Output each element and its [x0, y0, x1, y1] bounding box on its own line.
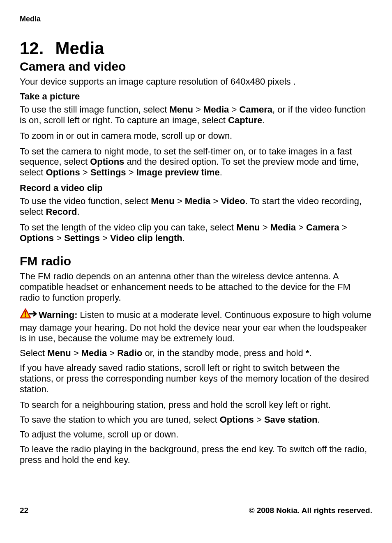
fm-radio-select: Select Menu > Media > Radio or, in the s…: [20, 348, 372, 359]
fm-radio-saved-stations: If you have already saved radio stations…: [20, 363, 372, 395]
chapter-title-text: Media: [55, 39, 104, 58]
svg-rect-1: [25, 311, 26, 315]
record-video-p1: To use the video function, select Menu >…: [20, 196, 372, 217]
fm-radio-save-station: To save the station to which you are tun…: [20, 414, 372, 425]
fm-radio-volume: To adjust the volume, scroll up or down.: [20, 429, 372, 440]
subsection-record-video-clip: Record a video clip: [20, 183, 372, 193]
fm-radio-background: To leave the radio playing in the backgr…: [20, 444, 372, 465]
section-camera-and-video: Camera and video: [20, 60, 372, 74]
warning-label: Warning:: [39, 310, 78, 320]
camera-intro: Your device supports an image capture re…: [20, 76, 372, 87]
svg-rect-2: [25, 315, 26, 317]
chapter-heading: 12.Media: [20, 39, 372, 58]
take-picture-p3: To set the camera to night mode, to set …: [20, 146, 372, 178]
fm-radio-search: To search for a neighbouring station, pr…: [20, 400, 372, 410]
page-number: 22: [20, 506, 28, 515]
record-video-p2: To set the length of the video clip you …: [20, 222, 372, 244]
warning-icon: [20, 308, 37, 323]
take-picture-p2: To zoom in or out in camera mode, scroll…: [20, 131, 372, 141]
chapter-number: 12.: [20, 39, 44, 58]
section-fm-radio: FM radio: [20, 254, 372, 269]
copyright-text: © 2008 Nokia. All rights reserved.: [249, 506, 372, 515]
warning-block: Warning: Listen to music at a moderate l…: [20, 308, 372, 344]
running-header: Media: [20, 15, 372, 23]
take-picture-p1: To use the still image function, select …: [20, 104, 372, 126]
subsection-take-a-picture: Take a picture: [20, 91, 372, 102]
fm-radio-p1: The FM radio depends on an antenna other…: [20, 271, 372, 303]
page-footer: 22 © 2008 Nokia. All rights reserved.: [20, 506, 372, 515]
